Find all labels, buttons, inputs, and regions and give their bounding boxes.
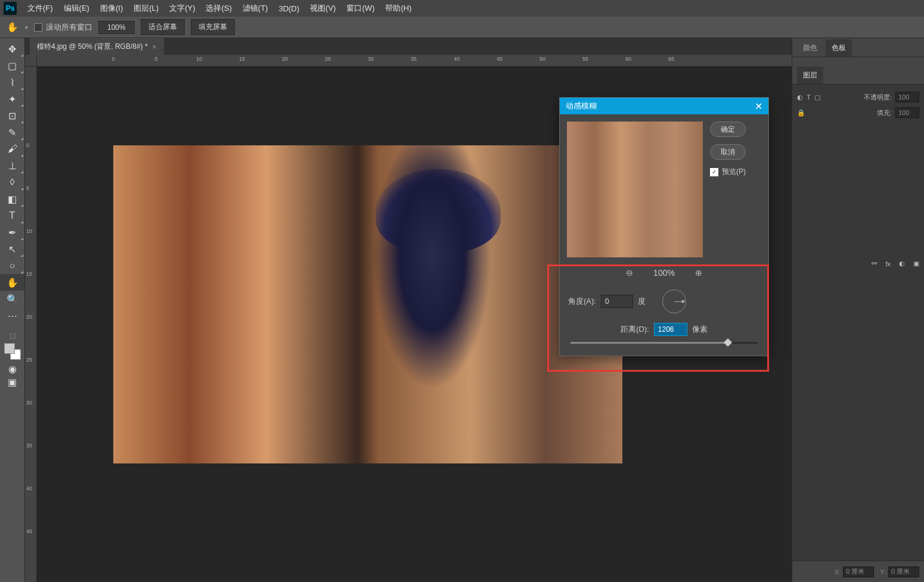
menu-filter[interactable]: 滤镜(T) — [238, 1, 273, 16]
dialog-titlebar[interactable]: 动感模糊 ✕ — [560, 98, 768, 114]
ruler-mark: 60 — [625, 56, 631, 62]
menu-type[interactable]: 文字(Y) — [165, 1, 200, 16]
menu-view[interactable]: 视图(V) — [305, 1, 340, 16]
distance-label: 距离(D): — [621, 324, 649, 335]
close-icon[interactable]: ✕ — [755, 101, 762, 112]
move-tool[interactable]: ✥ — [0, 41, 24, 57]
magic-wand-tool[interactable]: ✦ — [0, 91, 24, 107]
right-panels: 颜色 色板 图层 ◐ T ▢ 不透明度: 🔒 填充: ⚯ — [792, 38, 924, 582]
scroll-all-label: 滚动所有窗口 — [46, 22, 92, 33]
x-label: X: — [835, 568, 841, 575]
layer-mask-icon[interactable]: ◐ — [899, 260, 905, 267]
ruler-mark: 10 — [26, 228, 32, 234]
tab-layers[interactable]: 图层 — [797, 67, 823, 84]
ruler-mark: 30 — [368, 56, 374, 62]
pen-tool[interactable]: ✒ — [0, 224, 24, 241]
preview-checkbox[interactable]: ✓ 预览(P) — [710, 167, 746, 177]
gradient-tool[interactable]: ◧ — [0, 191, 24, 207]
checkbox-checked-icon: ✓ — [710, 168, 718, 176]
filter-preview[interactable] — [567, 122, 703, 257]
menu-layer[interactable]: 图层(L) — [129, 1, 163, 16]
fit-screen-button[interactable]: 适合屏幕 — [141, 19, 185, 35]
opacity-input[interactable] — [895, 92, 919, 102]
ruler-mark: 5 — [154, 56, 157, 62]
new-group-icon[interactable]: ▣ — [913, 260, 919, 267]
menu-window[interactable]: 窗口(W) — [342, 1, 379, 16]
lasso-tool[interactable]: ⌇ — [0, 74, 24, 91]
ruler-mark: 25 — [325, 56, 331, 62]
slider-fill — [570, 342, 728, 344]
hand-tool-icon[interactable]: ✋ — [6, 21, 19, 34]
preview-label: 预览(P) — [722, 167, 746, 177]
type-mask-icon[interactable]: T — [807, 94, 811, 101]
ruler-mark: 50 — [539, 56, 545, 62]
marquee-tool[interactable]: ▢ — [0, 57, 24, 74]
type-tool[interactable]: T — [0, 207, 24, 224]
slider-thumb-icon[interactable] — [724, 338, 732, 347]
ruler-vertical[interactable]: 0 5 10 15 20 25 30 35 40 45 — [25, 67, 37, 582]
link-layers-icon[interactable]: ⚯ — [872, 260, 877, 267]
menu-edit[interactable]: 编辑(E) — [59, 1, 94, 16]
distance-slider[interactable] — [570, 342, 758, 344]
fill-input[interactable] — [895, 107, 919, 118]
menu-bar: Ps 文件(F) 编辑(E) 图像(I) 图层(L) 文字(Y) 选择(S) 滤… — [0, 0, 924, 17]
app-logo: Ps — [4, 2, 17, 15]
tab-color[interactable]: 颜色 — [797, 39, 823, 57]
angle-dot-icon — [681, 300, 684, 303]
distance-unit: 像素 — [692, 324, 708, 335]
eraser-tool[interactable]: ◊ — [0, 174, 24, 191]
quick-mask-icon[interactable]: ◉ — [2, 362, 22, 375]
document-tab-title: 模特4.jpg @ 50% (背景, RGB/8#) * — [37, 42, 148, 52]
menu-help[interactable]: 帮助(H) — [380, 1, 416, 16]
fill-label: 填充: — [877, 108, 892, 117]
stamp-tool[interactable]: ⊥ — [0, 157, 24, 174]
options-bar: ✋ ▾ 滚动所有窗口 100% 适合屏幕 填充屏幕 — [0, 17, 924, 38]
y-coord-input[interactable] — [888, 567, 919, 577]
ruler-corner — [25, 55, 37, 67]
hand-tool[interactable]: ✋ — [0, 274, 24, 291]
x-coord-input[interactable] — [843, 567, 874, 577]
tool-preset-dropdown-icon[interactable]: ▾ — [25, 24, 28, 30]
angle-dial[interactable] — [662, 290, 686, 313]
fill-screen-button[interactable]: 填充屏幕 — [191, 19, 235, 35]
layer-style-icon[interactable]: fx — [885, 260, 891, 267]
menu-file[interactable]: 文件(F) — [23, 1, 58, 16]
ruler-mark: 30 — [26, 400, 32, 406]
zoom-level-display[interactable]: 100% — [98, 21, 135, 34]
screen-mode-icon[interactable]: ▣ — [2, 375, 22, 388]
brush-tool[interactable]: 🖌 — [0, 141, 24, 157]
ruler-mark: 35 — [411, 56, 417, 62]
close-tab-icon[interactable]: × — [153, 43, 157, 51]
lock-icon[interactable]: 🔒 — [797, 109, 805, 117]
path-select-tool[interactable]: ↖ — [0, 241, 24, 257]
ruler-horizontal[interactable]: 0 5 10 15 20 25 30 35 40 45 50 55 60 65 — [37, 55, 792, 67]
tab-swatches[interactable]: 色板 — [826, 39, 852, 57]
ruler-mark: 20 — [282, 56, 288, 62]
menu-image[interactable]: 图像(I) — [95, 1, 128, 16]
zoom-tool[interactable]: 🔍 — [0, 291, 24, 307]
edit-toolbar-tool[interactable]: ⋯ — [0, 307, 24, 324]
ok-button[interactable]: 确定 — [710, 122, 746, 137]
zoom-out-icon[interactable]: ⊖ — [624, 267, 635, 279]
image-content — [340, 145, 525, 463]
ruler-mark: 15 — [26, 271, 32, 277]
foreground-color-swatch[interactable] — [4, 343, 15, 354]
crop-tool[interactable]: ⊡ — [0, 107, 24, 124]
adjustment-icon[interactable]: ◐ — [797, 94, 803, 101]
ruler-mark: 20 — [26, 314, 32, 320]
properties-bottom-bar: X: Y: — [792, 561, 924, 582]
ruler-mark: 10 — [196, 56, 202, 62]
zoom-in-icon[interactable]: ⊕ — [693, 267, 705, 279]
menu-select[interactable]: 选择(S) — [201, 1, 236, 16]
shape-tool[interactable]: ○ — [0, 257, 24, 274]
eyedropper-tool[interactable]: ✎ — [0, 124, 24, 141]
scroll-all-windows-checkbox[interactable]: 滚动所有窗口 — [34, 22, 92, 33]
menu-3d[interactable]: 3D(D) — [274, 2, 304, 15]
crop-mask-icon[interactable]: ▢ — [814, 94, 820, 101]
default-colors-icon[interactable]: ⬚ — [2, 330, 22, 341]
document-tab[interactable]: 模特4.jpg @ 50% (背景, RGB/8#) * × — [30, 38, 164, 55]
cancel-button[interactable]: 取消 — [710, 144, 746, 160]
angle-input[interactable] — [601, 295, 633, 308]
checkbox-icon — [34, 23, 42, 32]
distance-input[interactable] — [654, 323, 687, 336]
